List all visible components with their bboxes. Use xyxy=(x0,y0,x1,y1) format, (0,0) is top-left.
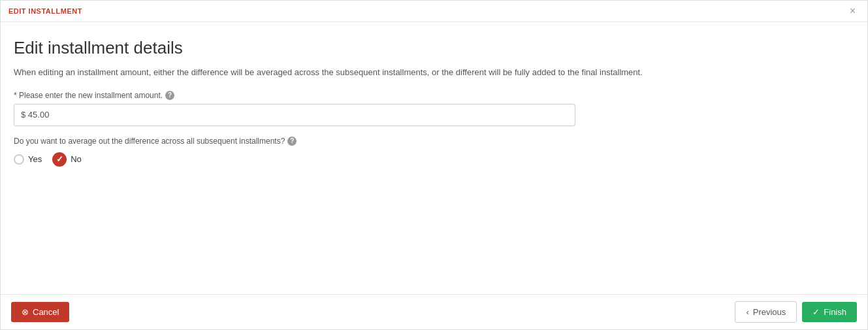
previous-icon: ‹ xyxy=(746,307,748,317)
previous-button[interactable]: ‹ Previous xyxy=(735,301,797,323)
previous-label: Previous xyxy=(753,307,786,317)
description-text: When editing an installment amount, eith… xyxy=(14,66,854,79)
close-button[interactable]: × xyxy=(846,5,860,18)
amount-help-icon[interactable]: ? xyxy=(165,91,174,100)
cancel-button[interactable]: ⊗ Cancel xyxy=(11,302,69,322)
radio-circle-yes xyxy=(14,154,24,165)
finish-button[interactable]: ✓ Finish xyxy=(802,302,857,322)
page-title: Edit installment details xyxy=(14,38,854,58)
amount-label-text: * Please enter the new installment amoun… xyxy=(14,91,163,100)
cancel-label: Cancel xyxy=(33,307,59,317)
radio-checked-no xyxy=(52,152,67,167)
finish-label: Finish xyxy=(824,307,846,317)
radio-option-yes[interactable]: Yes xyxy=(14,154,42,165)
average-question-text: Do you want to average out the differenc… xyxy=(14,137,285,146)
average-question-label: Do you want to average out the differenc… xyxy=(14,137,854,146)
radio-option-no[interactable]: No xyxy=(52,152,82,167)
radio-label-yes: Yes xyxy=(28,154,42,164)
modal-container: EDIT INSTALLMENT × Edit installment deta… xyxy=(0,0,868,330)
cancel-icon: ⊗ xyxy=(22,307,29,317)
amount-input[interactable] xyxy=(14,104,575,126)
radio-label-no: No xyxy=(71,154,82,164)
average-help-icon[interactable]: ? xyxy=(287,137,297,146)
amount-field-label: * Please enter the new installment amoun… xyxy=(14,91,854,100)
modal-body: Edit installment details When editing an… xyxy=(1,22,867,294)
radio-group: Yes No xyxy=(14,152,854,167)
finish-icon: ✓ xyxy=(812,307,820,317)
modal-header: EDIT INSTALLMENT × xyxy=(1,1,867,22)
modal-header-title: EDIT INSTALLMENT xyxy=(8,7,82,15)
modal-footer: ⊗ Cancel ‹ Previous ✓ Finish xyxy=(1,294,867,329)
footer-right: ‹ Previous ✓ Finish xyxy=(735,301,857,323)
